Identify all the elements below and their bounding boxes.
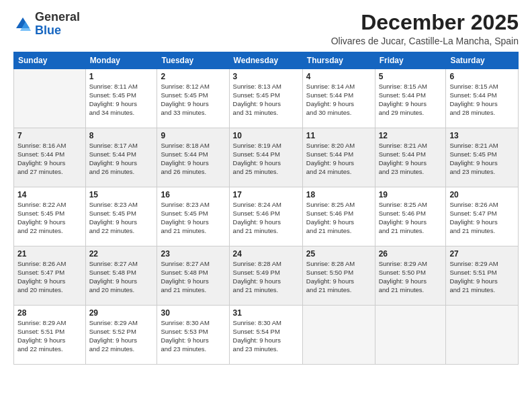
day-number: 28 xyxy=(17,308,82,318)
day-number: 14 xyxy=(17,190,82,199)
table-row: 9Sunrise: 8:18 AM Sunset: 5:44 PM Daylig… xyxy=(157,128,229,187)
table-row: 24Sunrise: 8:28 AM Sunset: 5:49 PM Dayli… xyxy=(229,246,302,306)
title-block: December 2025 Olivares de Jucar, Castill… xyxy=(331,11,519,46)
day-number: 10 xyxy=(233,131,299,140)
day-info: Sunrise: 8:23 AM Sunset: 5:45 PM Dayligh… xyxy=(161,201,225,235)
day-number: 23 xyxy=(161,249,225,259)
day-info: Sunrise: 8:11 AM Sunset: 5:45 PM Dayligh… xyxy=(89,83,154,117)
day-info: Sunrise: 8:29 AM Sunset: 5:50 PM Dayligh… xyxy=(379,260,443,294)
day-info: Sunrise: 8:30 AM Sunset: 5:54 PM Dayligh… xyxy=(233,319,299,353)
day-info: Sunrise: 8:13 AM Sunset: 5:45 PM Dayligh… xyxy=(233,83,299,117)
day-info: Sunrise: 8:26 AM Sunset: 5:47 PM Dayligh… xyxy=(17,260,82,294)
day-info: Sunrise: 8:28 AM Sunset: 5:49 PM Dayligh… xyxy=(233,260,299,294)
col-friday: Friday xyxy=(375,52,446,69)
table-row: 16Sunrise: 8:23 AM Sunset: 5:45 PM Dayli… xyxy=(157,187,229,246)
day-number: 2 xyxy=(161,72,225,81)
table-row: 1Sunrise: 8:11 AM Sunset: 5:45 PM Daylig… xyxy=(85,69,157,128)
table-row: 31Sunrise: 8:30 AM Sunset: 5:54 PM Dayli… xyxy=(229,306,302,365)
table-row: 23Sunrise: 8:27 AM Sunset: 5:48 PM Dayli… xyxy=(157,246,229,306)
table-row: 18Sunrise: 8:25 AM Sunset: 5:46 PM Dayli… xyxy=(302,187,375,246)
col-thursday: Thursday xyxy=(302,52,375,69)
col-sunday: Sunday xyxy=(14,52,86,69)
day-number: 6 xyxy=(449,72,515,81)
day-number: 20 xyxy=(449,190,515,199)
day-info: Sunrise: 8:21 AM Sunset: 5:44 PM Dayligh… xyxy=(379,142,443,176)
day-info: Sunrise: 8:24 AM Sunset: 5:46 PM Dayligh… xyxy=(233,201,299,235)
day-number: 13 xyxy=(449,131,515,140)
day-number: 27 xyxy=(449,249,515,259)
day-info: Sunrise: 8:29 AM Sunset: 5:51 PM Dayligh… xyxy=(17,319,82,353)
calendar-week-row: 7Sunrise: 8:16 AM Sunset: 5:44 PM Daylig… xyxy=(14,128,519,187)
day-info: Sunrise: 8:20 AM Sunset: 5:44 PM Dayligh… xyxy=(306,142,371,176)
table-row: 21Sunrise: 8:26 AM Sunset: 5:47 PM Dayli… xyxy=(14,246,86,306)
day-number: 12 xyxy=(379,131,443,140)
col-tuesday: Tuesday xyxy=(157,52,229,69)
table-row: 29Sunrise: 8:29 AM Sunset: 5:52 PM Dayli… xyxy=(85,306,157,365)
day-info: Sunrise: 8:12 AM Sunset: 5:45 PM Dayligh… xyxy=(161,83,225,117)
day-info: Sunrise: 8:25 AM Sunset: 5:46 PM Dayligh… xyxy=(306,201,371,235)
day-info: Sunrise: 8:21 AM Sunset: 5:45 PM Dayligh… xyxy=(449,142,515,176)
table-row: 15Sunrise: 8:23 AM Sunset: 5:45 PM Dayli… xyxy=(85,187,157,246)
table-row xyxy=(14,69,86,128)
day-info: Sunrise: 8:27 AM Sunset: 5:48 PM Dayligh… xyxy=(89,260,154,294)
table-row: 12Sunrise: 8:21 AM Sunset: 5:44 PM Dayli… xyxy=(375,128,446,187)
day-info: Sunrise: 8:22 AM Sunset: 5:45 PM Dayligh… xyxy=(17,201,82,235)
day-number: 5 xyxy=(379,72,443,81)
table-row xyxy=(446,306,519,365)
calendar-page: General Blue December 2025 Olivares de J… xyxy=(0,0,532,411)
day-number: 30 xyxy=(161,308,225,318)
logo: General Blue xyxy=(13,11,80,38)
day-number: 25 xyxy=(306,249,371,259)
calendar-table: Sunday Monday Tuesday Wednesday Thursday… xyxy=(13,52,519,365)
day-number: 1 xyxy=(89,72,154,81)
table-row xyxy=(375,306,446,365)
col-monday: Monday xyxy=(85,52,157,69)
table-row: 3Sunrise: 8:13 AM Sunset: 5:45 PM Daylig… xyxy=(229,69,302,128)
day-number: 22 xyxy=(89,249,154,259)
day-number: 17 xyxy=(233,190,299,199)
day-info: Sunrise: 8:29 AM Sunset: 5:51 PM Dayligh… xyxy=(449,260,515,294)
day-number: 18 xyxy=(306,190,371,199)
day-info: Sunrise: 8:18 AM Sunset: 5:44 PM Dayligh… xyxy=(161,142,225,176)
day-number: 7 xyxy=(17,131,82,140)
calendar-week-row: 21Sunrise: 8:26 AM Sunset: 5:47 PM Dayli… xyxy=(14,246,519,306)
table-row: 13Sunrise: 8:21 AM Sunset: 5:45 PM Dayli… xyxy=(446,128,519,187)
day-number: 4 xyxy=(306,72,371,81)
logo-general: General xyxy=(35,10,80,24)
day-number: 21 xyxy=(17,249,82,259)
table-row: 20Sunrise: 8:26 AM Sunset: 5:47 PM Dayli… xyxy=(446,187,519,246)
day-info: Sunrise: 8:25 AM Sunset: 5:46 PM Dayligh… xyxy=(379,201,443,235)
table-row: 10Sunrise: 8:19 AM Sunset: 5:44 PM Dayli… xyxy=(229,128,302,187)
day-info: Sunrise: 8:27 AM Sunset: 5:48 PM Dayligh… xyxy=(161,260,225,294)
location-subtitle: Olivares de Jucar, Castille-La Mancha, S… xyxy=(331,36,519,46)
day-number: 24 xyxy=(233,249,299,259)
day-info: Sunrise: 8:19 AM Sunset: 5:44 PM Dayligh… xyxy=(233,142,299,176)
calendar-week-row: 1Sunrise: 8:11 AM Sunset: 5:45 PM Daylig… xyxy=(14,69,519,128)
col-wednesday: Wednesday xyxy=(229,52,302,69)
table-row: 2Sunrise: 8:12 AM Sunset: 5:45 PM Daylig… xyxy=(157,69,229,128)
table-row xyxy=(302,306,375,365)
day-number: 26 xyxy=(379,249,443,259)
day-number: 19 xyxy=(379,190,443,199)
day-info: Sunrise: 8:16 AM Sunset: 5:44 PM Dayligh… xyxy=(17,142,82,176)
table-row: 5Sunrise: 8:15 AM Sunset: 5:44 PM Daylig… xyxy=(375,69,446,128)
day-info: Sunrise: 8:26 AM Sunset: 5:47 PM Dayligh… xyxy=(449,201,515,235)
table-row: 4Sunrise: 8:14 AM Sunset: 5:44 PM Daylig… xyxy=(302,69,375,128)
logo-text: General Blue xyxy=(35,11,80,38)
day-number: 15 xyxy=(89,190,154,199)
logo-blue: Blue xyxy=(35,24,61,37)
table-row: 17Sunrise: 8:24 AM Sunset: 5:46 PM Dayli… xyxy=(229,187,302,246)
day-info: Sunrise: 8:29 AM Sunset: 5:52 PM Dayligh… xyxy=(89,319,154,353)
col-saturday: Saturday xyxy=(446,52,519,69)
table-row: 26Sunrise: 8:29 AM Sunset: 5:50 PM Dayli… xyxy=(375,246,446,306)
table-row: 7Sunrise: 8:16 AM Sunset: 5:44 PM Daylig… xyxy=(14,128,86,187)
table-row: 11Sunrise: 8:20 AM Sunset: 5:44 PM Dayli… xyxy=(302,128,375,187)
day-number: 9 xyxy=(161,131,225,140)
day-number: 31 xyxy=(233,308,299,318)
logo-icon xyxy=(13,15,32,34)
day-number: 3 xyxy=(233,72,299,81)
day-number: 8 xyxy=(89,131,154,140)
header: General Blue December 2025 Olivares de J… xyxy=(13,11,519,46)
day-number: 11 xyxy=(306,131,371,140)
day-info: Sunrise: 8:17 AM Sunset: 5:44 PM Dayligh… xyxy=(89,142,154,176)
